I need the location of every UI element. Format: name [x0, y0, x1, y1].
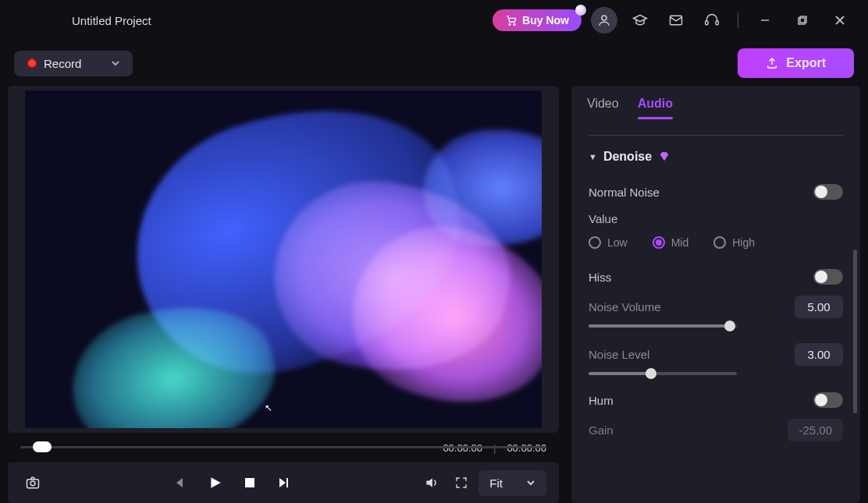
- titlebar-separator: [738, 12, 738, 28]
- panel-scrollbar[interactable]: [853, 250, 857, 413]
- hum-toggle[interactable]: [813, 392, 843, 408]
- time-readout: 00:00:00 | 00:00:06: [8, 437, 559, 458]
- noise-volume-row: Noise Volume 5.00: [589, 291, 843, 338]
- svg-rect-5: [716, 21, 718, 25]
- hiss-row: Hiss: [589, 263, 843, 291]
- zoom-value: Fit: [489, 476, 503, 490]
- svg-point-2: [602, 16, 607, 20]
- buy-now-label: Buy Now: [522, 14, 569, 27]
- record-label: Record: [44, 57, 81, 70]
- panel-divider: [589, 135, 843, 136]
- properties-panel: Video Audio ▼ Denoise Normal Noise Value…: [571, 86, 860, 503]
- noise-volume-label: Noise Volume: [589, 300, 661, 313]
- hiss-label: Hiss: [589, 271, 611, 284]
- hiss-toggle[interactable]: [813, 269, 843, 285]
- export-button[interactable]: Export: [738, 48, 854, 78]
- noise-level-slider[interactable]: [589, 372, 737, 375]
- noise-level-value[interactable]: 3.00: [795, 343, 843, 366]
- toolbar: Record Export: [0, 41, 868, 86]
- minimize-button[interactable]: [751, 6, 779, 34]
- noise-volume-slider[interactable]: [589, 324, 737, 328]
- svg-point-1: [514, 23, 515, 25]
- value-radio-group: Low Mid High: [589, 232, 843, 263]
- support-icon[interactable]: [699, 7, 725, 34]
- radio-low[interactable]: Low: [589, 236, 628, 249]
- user-avatar[interactable]: [591, 7, 617, 34]
- volume-button[interactable]: [419, 470, 444, 495]
- tab-audio[interactable]: Audio: [638, 97, 673, 119]
- gain-value[interactable]: -25.00: [788, 419, 843, 441]
- close-button[interactable]: [826, 6, 854, 34]
- radio-mid[interactable]: Mid: [653, 236, 689, 249]
- noise-volume-value[interactable]: 5.00: [795, 296, 843, 318]
- prev-frame-button[interactable]: [169, 470, 194, 495]
- academy-icon[interactable]: [627, 7, 653, 34]
- hum-row: Hum: [589, 386, 843, 414]
- buy-now-button[interactable]: Buy Now: [493, 9, 582, 31]
- svg-point-12: [30, 481, 35, 486]
- zoom-dropdown[interactable]: Fit: [478, 470, 546, 496]
- preview-area: ↖ 00:00:00 | 00:00:06: [8, 86, 559, 503]
- export-label: Export: [786, 56, 826, 70]
- next-frame-button[interactable]: [272, 470, 297, 495]
- cursor-icon: ↖: [265, 402, 272, 413]
- normal-noise-toggle[interactable]: [813, 184, 843, 200]
- gain-label: Gain: [589, 423, 614, 437]
- stop-button[interactable]: [237, 470, 262, 495]
- snapshot-button[interactable]: [20, 470, 45, 495]
- svg-rect-7: [799, 18, 805, 24]
- value-label-row: Value: [589, 206, 843, 232]
- svg-rect-8: [800, 16, 806, 23]
- play-button[interactable]: [203, 470, 228, 495]
- denoise-section-header[interactable]: ▼ Denoise: [589, 150, 843, 164]
- mail-icon[interactable]: [663, 7, 689, 34]
- gain-row: Gain -25.00: [589, 414, 843, 441]
- tab-video[interactable]: Video: [587, 97, 619, 119]
- export-icon: [766, 57, 778, 69]
- chevron-down-icon: [111, 58, 120, 68]
- svg-point-0: [509, 23, 510, 25]
- collapse-triangle-icon: ▼: [589, 152, 597, 161]
- fullscreen-button[interactable]: [449, 470, 474, 495]
- noise-level-row: Noise Level 3.00: [589, 338, 843, 386]
- playback-controls: Fit: [8, 462, 559, 503]
- hum-label: Hum: [589, 394, 614, 407]
- scrub-playhead[interactable]: [33, 441, 52, 452]
- titlebar: Untitled Project Buy Now: [0, 0, 868, 41]
- value-label: Value: [589, 212, 617, 225]
- record-dot-icon: [27, 58, 37, 69]
- record-button[interactable]: Record: [14, 51, 133, 76]
- chevron-down-icon: [526, 478, 535, 487]
- diamond-icon: [658, 151, 671, 163]
- noise-level-label: Noise Level: [589, 348, 649, 361]
- preview-canvas: ↖: [25, 90, 542, 428]
- radio-high[interactable]: High: [713, 236, 755, 249]
- preview-viewport[interactable]: ↖: [8, 86, 559, 433]
- project-title[interactable]: Untitled Project: [72, 14, 151, 27]
- svg-rect-4: [706, 21, 708, 25]
- svg-rect-15: [286, 478, 288, 487]
- normal-noise-label: Normal Noise: [589, 186, 660, 199]
- normal-noise-row: Normal Noise: [589, 178, 843, 206]
- panel-tabs: Video Audio: [571, 86, 860, 119]
- svg-rect-14: [245, 478, 254, 487]
- maximize-button[interactable]: [788, 6, 816, 34]
- scrub-track[interactable]: [20, 446, 546, 448]
- denoise-title: Denoise: [603, 150, 652, 164]
- cart-icon: [505, 14, 518, 27]
